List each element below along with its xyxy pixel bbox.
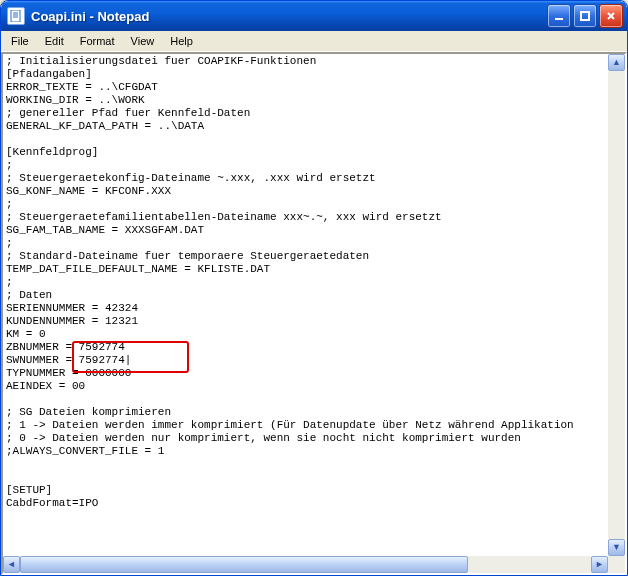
window-buttons xyxy=(547,4,623,28)
maximize-button[interactable] xyxy=(573,4,597,28)
window-title: Coapi.ini - Notepad xyxy=(31,9,547,24)
scroll-left-button[interactable]: ◄ xyxy=(3,556,20,573)
scroll-right-button[interactable]: ► xyxy=(591,556,608,573)
titlebar[interactable]: Coapi.ini - Notepad xyxy=(1,1,627,31)
editor-frame: ; Initialisierungsdatei fuer COAPIKF-Fun… xyxy=(1,52,627,575)
svg-rect-4 xyxy=(555,18,563,20)
svg-rect-5 xyxy=(581,12,589,20)
menu-help[interactable]: Help xyxy=(162,33,201,49)
menubar: File Edit Format View Help xyxy=(1,31,627,52)
svg-rect-0 xyxy=(11,10,20,22)
window-frame: Coapi.ini - Notepad File Edit Format Vie… xyxy=(0,0,628,576)
menu-format[interactable]: Format xyxy=(72,33,123,49)
horizontal-scroll-thumb[interactable] xyxy=(20,556,468,573)
scrollbar-corner xyxy=(608,556,625,573)
menu-edit[interactable]: Edit xyxy=(37,33,72,49)
horizontal-scrollbar[interactable]: ◄ ► xyxy=(3,556,608,573)
text-editor[interactable]: ; Initialisierungsdatei fuer COAPIKF-Fun… xyxy=(3,54,608,511)
minimize-button[interactable] xyxy=(547,4,571,28)
vertical-scrollbar[interactable]: ▲ ▼ xyxy=(608,54,625,556)
editor-viewport: ; Initialisierungsdatei fuer COAPIKF-Fun… xyxy=(3,54,608,556)
scroll-up-button[interactable]: ▲ xyxy=(608,54,625,71)
notepad-icon xyxy=(7,7,25,25)
close-button[interactable] xyxy=(599,4,623,28)
scroll-down-button[interactable]: ▼ xyxy=(608,539,625,556)
menu-view[interactable]: View xyxy=(123,33,163,49)
menu-file[interactable]: File xyxy=(3,33,37,49)
